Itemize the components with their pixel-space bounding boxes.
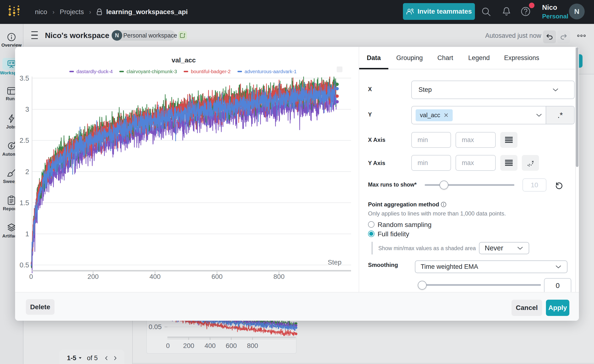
svg-text:0.05: 0.05: [149, 323, 162, 330]
svg-text:800: 800: [247, 342, 258, 349]
svg-text:600: 600: [226, 342, 237, 349]
svg-text:200: 200: [183, 342, 194, 349]
svg-text:0: 0: [166, 342, 170, 349]
svg-text:400: 400: [204, 342, 216, 349]
